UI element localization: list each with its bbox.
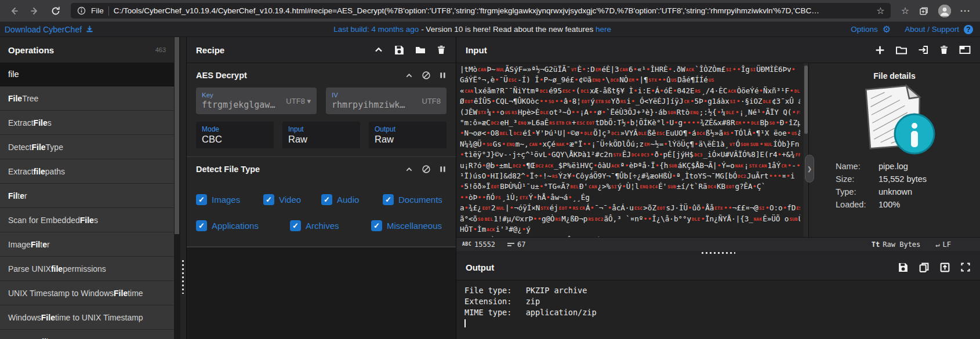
layout-toggle-icon[interactable] <box>959 45 971 55</box>
checkbox-applications[interactable]: ✓Applications <box>196 220 290 231</box>
input-text[interactable]: |tMòCANÞ~NULÃSýF=»ª½¬G2üÏÃ¯VTÈ•:DEMéÈ|3C… <box>456 63 804 237</box>
eol-value[interactable]: LF <box>943 240 951 249</box>
operation-list-item[interactable]: Detect File Type <box>0 135 174 159</box>
open-input-icon[interactable] <box>917 45 929 55</box>
checkbox-video[interactable]: ✓Video <box>263 194 321 205</box>
url-text[interactable]: C:/Tools/CyberChef_v10.19.4/CyberChef_v1… <box>114 6 872 15</box>
checkbox-label: Video <box>279 195 301 205</box>
profile-avatar[interactable] <box>938 5 951 17</box>
control-char-marker: NAK <box>735 163 744 169</box>
aes-input-value[interactable]: Raw <box>288 134 354 145</box>
control-char-marker: STX <box>612 152 622 158</box>
here-link[interactable]: here <box>596 25 611 34</box>
collapse-op-icon[interactable] <box>405 165 413 174</box>
aes-key-value[interactable]: ftrgmjekglgaw… <box>202 100 281 110</box>
save-output-icon[interactable] <box>898 262 909 273</box>
operation-list-item[interactable]: Image Filter <box>0 232 174 257</box>
checkbox-audio[interactable]: ✓Audio <box>321 194 383 205</box>
collapse-recipe-icon[interactable] <box>373 45 384 55</box>
operations-search-input[interactable] <box>0 70 174 79</box>
open-file-folder-icon[interactable] <box>895 45 908 55</box>
character-encoding-icon[interactable]: Tt <box>872 240 880 249</box>
drawer-toggle-handle[interactable]: ❯ <box>805 155 814 183</box>
aes-iv-option-dropdown[interactable]: UTF8 <box>422 97 441 105</box>
operation-list-item[interactable]: Scan for Embedded Files <box>0 208 174 232</box>
aes-key-field[interactable]: Key ftrgmjekglgaw… UTF8 ▾ <box>196 88 317 114</box>
aes-output-select[interactable]: Output Raw <box>369 122 447 148</box>
breakpoint-pause-icon[interactable] <box>439 165 447 173</box>
aes-mode-value[interactable]: CBC <box>202 134 268 145</box>
operation-list-item[interactable]: Windows Filetime to UNIX Timestamp <box>0 305 174 330</box>
address-bar[interactable]: File C:/Tools/CyberChef_v10.19.4/CyberCh… <box>71 3 891 19</box>
maximize-output-icon[interactable] <box>960 262 971 272</box>
aes-iv-field[interactable]: IV rhmrpyihmziwk… UTF8 <box>326 88 447 114</box>
collapse-op-icon[interactable] <box>405 71 413 80</box>
back-button[interactable] <box>3 2 24 20</box>
aes-output-value[interactable]: Raw <box>375 134 441 145</box>
output-text[interactable]: File type: PKZIP archiveExtension: zipMI… <box>456 280 980 339</box>
checkbox-checked-icon: ✓ <box>263 194 274 205</box>
input-scrollbar[interactable] <box>804 63 808 237</box>
bookmark-add-icon[interactable]: ☆ <box>876 6 884 16</box>
collections-icon[interactable] <box>919 6 929 16</box>
control-char-marker: ETX <box>714 206 723 211</box>
operations-scrollbar-thumb[interactable] <box>175 37 179 234</box>
operation-list-item[interactable]: From Braille <box>0 330 174 339</box>
input-scrollbar-thumb[interactable] <box>804 65 808 134</box>
save-recipe-icon[interactable] <box>394 45 405 56</box>
operations-scrollbar[interactable] <box>174 37 180 339</box>
options-link[interactable]: Options <box>851 25 878 34</box>
checkbox-checked-icon: ✓ <box>371 220 382 231</box>
vertical-splitter[interactable] <box>180 37 187 339</box>
browser-menu-icon[interactable]: ··· <box>960 6 971 16</box>
recipe-drop-zone[interactable] <box>187 247 456 339</box>
aes-iv-value[interactable]: rhmrpyihmziwk… <box>332 100 418 110</box>
gear-icon[interactable]: ⚙ <box>883 25 891 34</box>
about-support-link[interactable]: About / Support <box>905 25 959 34</box>
clear-recipe-trash-icon[interactable] <box>436 45 447 55</box>
input-area[interactable]: |tMòCANÞ~NULÃSýF=»ª½¬G2üÏÃ¯VTÈ•:DEMéÈ|3C… <box>456 63 980 237</box>
info-icon[interactable] <box>77 6 86 16</box>
eol-return-icon[interactable]: ↵ <box>935 240 939 249</box>
refresh-button[interactable] <box>45 2 66 20</box>
operation-list-item[interactable]: Parse UNIX file permissions <box>0 257 174 281</box>
recipe-op-detect-file-type[interactable]: Detect File Type ✓Images✓Video✓Audio✓Doc… <box>187 157 456 247</box>
operations-search[interactable] <box>0 63 174 86</box>
disable-op-icon[interactable] <box>422 165 431 174</box>
checkbox-miscellaneous[interactable]: ✓Miscellaneous <box>371 220 447 231</box>
load-recipe-folder-icon[interactable] <box>415 45 426 55</box>
checkbox-images[interactable]: ✓Images <box>196 194 263 205</box>
forward-button[interactable] <box>24 2 45 20</box>
favorites-icon[interactable]: ☆ <box>901 6 909 16</box>
help-icon[interactable]: ? <box>964 25 973 34</box>
add-tab-icon[interactable] <box>874 45 885 56</box>
control-char-marker: RS <box>695 89 702 94</box>
character-encoding-value[interactable]: Raw Bytes <box>883 240 920 249</box>
operation-list-item[interactable]: UNIX Timestamp to Windows Filetime <box>0 281 174 305</box>
control-char-marker: SO <box>477 217 484 222</box>
aes-mode-select[interactable]: Mode CBC <box>196 122 274 148</box>
copy-output-icon[interactable] <box>919 262 930 273</box>
browser-toolbar: File C:/Tools/CyberChef_v10.19.4/CyberCh… <box>0 0 980 22</box>
operation-list-item[interactable]: File Tree <box>0 86 174 111</box>
recipe-op-aes-decrypt[interactable]: AES Decrypt Key ftrgmjekglgaw… <box>187 63 456 157</box>
disable-op-icon[interactable] <box>422 71 431 80</box>
aes-input-select[interactable]: Input Raw <box>282 122 360 148</box>
control-char-marker: CR <box>781 163 787 169</box>
control-char-marker: DLE <box>725 110 735 115</box>
operation-list-item[interactable]: Filter <box>0 184 174 208</box>
operation-list-item[interactable]: Extract Files <box>0 111 174 135</box>
checkbox-archives[interactable]: ✓Archives <box>290 220 371 231</box>
output-text-line: MIME type: application/zip <box>464 307 972 318</box>
last-build-link[interactable]: Last build: 4 months ago <box>333 25 419 34</box>
breakpoint-pause-icon[interactable] <box>439 71 447 79</box>
control-char-marker: RS <box>511 110 518 115</box>
download-icon[interactable] <box>85 25 94 34</box>
operation-list-item[interactable]: Extract file paths <box>0 159 174 184</box>
clear-input-trash-icon[interactable] <box>939 45 949 55</box>
download-cyberchef-link[interactable]: Download CyberChef <box>5 25 82 34</box>
open-output-in-tab-icon[interactable] <box>939 262 950 273</box>
checkbox-documents[interactable]: ✓Documents <box>383 194 447 205</box>
aes-key-option-dropdown[interactable]: UTF8 ▾ <box>286 97 311 105</box>
control-char-marker: CR <box>565 121 572 126</box>
